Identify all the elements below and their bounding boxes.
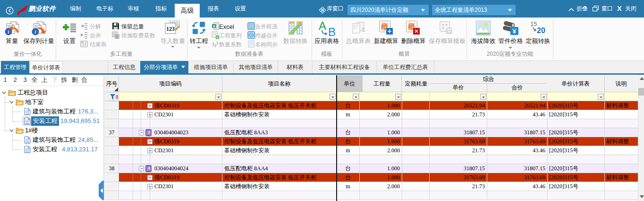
svg-text:3: 3	[216, 41, 218, 45]
svg-text:i: i	[35, 29, 36, 35]
svg-text:B: B	[328, 26, 336, 36]
svg-text:F: F	[116, 35, 119, 39]
svg-text:A: A	[319, 20, 326, 32]
svg-text:20: 20	[537, 26, 545, 35]
svg-text:X: X	[213, 24, 216, 28]
svg-text:123: 123	[166, 26, 175, 32]
svg-text:15: 15	[530, 20, 537, 27]
svg-text:i: i	[8, 29, 9, 35]
svg-text:Σ: Σ	[362, 26, 365, 33]
